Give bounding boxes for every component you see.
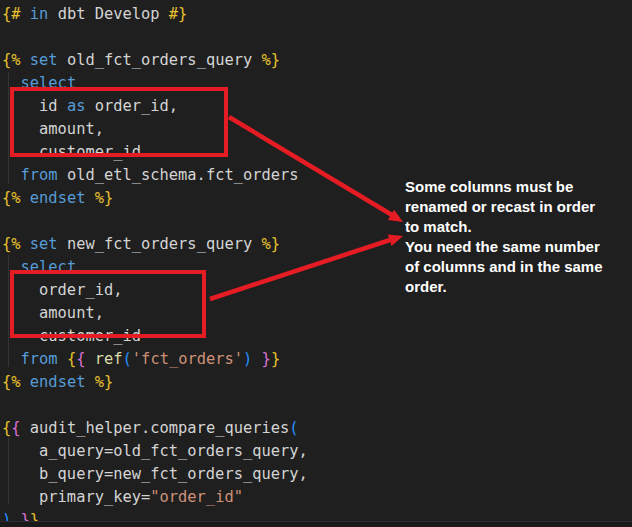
code-token: ( [289, 419, 298, 437]
code-token: audit_helper.compare_queries [21, 419, 290, 437]
code-token: {% [2, 189, 21, 207]
code-line[interactable]: b_query=new_fct_orders_query, [2, 463, 308, 486]
code-token: endset [30, 189, 86, 207]
code-token: set [30, 235, 58, 253]
code-token [2, 166, 21, 184]
code-token: from [21, 350, 58, 368]
code-token: { [67, 350, 76, 368]
code-editor-window: {# in dbt Develop #} {% set old_fct_orde… [0, 0, 632, 527]
code-token: in [30, 5, 49, 23]
code-token: ( [123, 350, 132, 368]
code-token: new_fct_orders_query [58, 235, 262, 253]
window-bottom-edge [0, 521, 632, 527]
code-token: set [30, 51, 58, 69]
code-token: %} [95, 189, 114, 207]
code-token: %} [262, 51, 281, 69]
code-token: %} [262, 235, 281, 253]
code-token: endset [30, 373, 86, 391]
code-token [21, 235, 30, 253]
code-token: old_etl_schema.fct_orders [58, 166, 299, 184]
code-line[interactable] [2, 210, 308, 233]
code-line[interactable]: a_query=old_fct_orders_query, [2, 440, 308, 463]
code-line[interactable]: {% set new_fct_orders_query %} [2, 233, 308, 256]
code-token [21, 5, 30, 23]
code-token [21, 373, 30, 391]
code-token [85, 189, 94, 207]
code-line[interactable] [2, 394, 308, 417]
code-line[interactable]: {% endset %} [2, 187, 308, 210]
code-token: from [21, 166, 58, 184]
code-token [58, 350, 67, 368]
code-token: {% [2, 373, 21, 391]
code-token: } [262, 350, 271, 368]
code-token: primary_key= [2, 488, 150, 506]
code-token [21, 189, 30, 207]
code-token: {% [2, 51, 21, 69]
code-line[interactable]: {% endset %} [2, 371, 308, 394]
code-area[interactable]: {# in dbt Develop #} {% set old_fct_orde… [2, 3, 308, 527]
code-line[interactable]: {{ audit_helper.compare_queries( [2, 417, 308, 440]
highlight-box-new-columns [10, 270, 206, 338]
highlight-box-old-columns [10, 87, 228, 157]
annotation-line: renamed or recast in order [405, 197, 603, 217]
code-token: { [11, 419, 20, 437]
code-token: 'fct_orders' [132, 350, 243, 368]
code-line[interactable]: {# in dbt Develop #} [2, 3, 308, 26]
code-token: {% [2, 235, 21, 253]
code-token: "order_id" [150, 488, 243, 506]
code-token: a_query=old_fct_orders_query, [2, 442, 308, 460]
code-line[interactable]: {% set old_fct_orders_query %} [2, 49, 308, 72]
code-token: { [2, 419, 11, 437]
code-line[interactable]: from old_etl_schema.fct_orders [2, 164, 308, 187]
arrow-head-bottom [388, 235, 403, 246]
code-token [2, 350, 21, 368]
code-token: ) [243, 350, 252, 368]
code-token: ref [95, 350, 123, 368]
annotation-line: to match. [405, 217, 603, 237]
code-token: dbt Develop [48, 5, 168, 23]
annotation-line: You need the same number [405, 237, 603, 257]
annotation-text: Some columns must berenamed or recast in… [405, 177, 603, 297]
code-token [252, 350, 261, 368]
code-token: {# [2, 5, 21, 23]
annotation-line: Some columns must be [405, 177, 603, 197]
code-token: %} [95, 373, 114, 391]
code-token: #} [169, 5, 188, 23]
code-token [85, 373, 94, 391]
annotation-line: order. [405, 277, 603, 297]
code-token: } [271, 350, 280, 368]
code-line[interactable]: from {{ ref('fct_orders') }} [2, 348, 308, 371]
code-line[interactable] [2, 26, 308, 49]
code-token: old_fct_orders_query [58, 51, 262, 69]
code-token: b_query=new_fct_orders_query, [2, 465, 308, 483]
annotation-line: of columns and in the same [405, 257, 603, 277]
arrow-head-top [388, 210, 403, 222]
code-line[interactable]: primary_key="order_id" [2, 486, 308, 509]
code-token [85, 350, 94, 368]
code-token [21, 51, 30, 69]
